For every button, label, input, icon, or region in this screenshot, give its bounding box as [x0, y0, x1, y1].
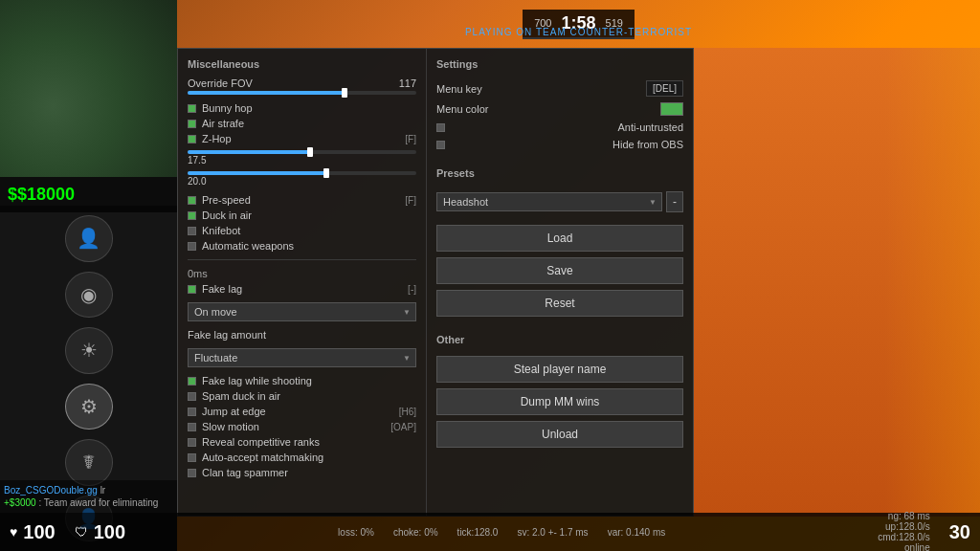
- override-fov-handle[interactable]: [342, 88, 347, 98]
- fake-lag-amount-dropdown[interactable]: Fluctuate: [188, 348, 416, 367]
- duck-in-air-label: Duck in air: [202, 209, 252, 221]
- preset-select-wrapper[interactable]: Headshot: [436, 189, 662, 214]
- slow-motion-checkbox[interactable]: [188, 423, 196, 431]
- duck-in-air-item[interactable]: Duck in air: [188, 208, 416, 223]
- spam-duck-label: Spam duck in air: [202, 390, 280, 402]
- fake-lag-shooting-item[interactable]: Fake lag while shooting: [188, 373, 416, 388]
- reveal-competitive-item[interactable]: Reveal competitive ranks: [188, 434, 416, 450]
- z-hop-value1: 17.5: [188, 155, 416, 165]
- unload-button[interactable]: Unload: [436, 421, 683, 448]
- z-hop-checkbox[interactable]: [188, 135, 196, 143]
- clan-tag-label: Clan tag spammer: [202, 467, 288, 478]
- z-hop-slider1-handle[interactable]: [307, 147, 313, 157]
- bunny-hop-item[interactable]: Bunny hop: [188, 100, 416, 116]
- bottom-hud: ♥ 100 🛡 100 loss: 0% choke: 0% tick:128.…: [0, 513, 980, 551]
- pre-speed-checkbox[interactable]: [188, 196, 196, 205]
- presets-title: Presets: [436, 167, 683, 179]
- left-sidebar: $$18000 👤 ◉ ☀ ⚙ ☤ 👤 Boz_CSGODouble.gg lr…: [0, 0, 177, 551]
- preset-minus-button[interactable]: -: [666, 191, 683, 212]
- pre-speed-keybind: [F]: [405, 195, 416, 206]
- z-hop-value2: 20.0: [188, 176, 416, 187]
- slow-motion-keybind: [OAP]: [390, 422, 416, 432]
- air-strafe-item[interactable]: Air strafe: [188, 116, 416, 131]
- jump-at-edge-item[interactable]: Jump at edge [H6]: [188, 404, 416, 419]
- z-hop-item[interactable]: Z-Hop [F]: [188, 131, 416, 146]
- fake-lag-checkbox[interactable]: [188, 285, 196, 294]
- steal-player-name-button[interactable]: Steal player name: [436, 356, 683, 383]
- health-area: ♥ 100: [10, 521, 56, 543]
- top-hud: 700 1:58 519 PLAYING ON TEAM COUNTER-TER…: [177, 0, 980, 48]
- preset-select[interactable]: Headshot: [436, 192, 662, 211]
- automatic-weapons-checkbox[interactable]: [188, 242, 196, 251]
- save-button[interactable]: Save: [436, 257, 683, 284]
- sidebar-icon-face[interactable]: 👤: [65, 215, 113, 262]
- menu-key-label: Menu key: [436, 83, 482, 95]
- z-hop-slider2-track[interactable]: [188, 171, 416, 175]
- menu-key-value[interactable]: [DEL]: [646, 80, 683, 97]
- menu-color-box[interactable]: [660, 102, 683, 116]
- sidebar-icon-brightness[interactable]: ☀: [65, 327, 113, 374]
- jump-at-edge-label: Jump at edge: [202, 406, 266, 417]
- cmd-stat: cmd:128.0/s: [878, 532, 929, 542]
- sidebar-icon-settings[interactable]: ⚙: [65, 384, 113, 430]
- anti-untrusted-checkbox[interactable]: [436, 123, 445, 132]
- oms-label: 0ms: [188, 268, 208, 279]
- auto-accept-checkbox[interactable]: [188, 453, 196, 462]
- ping-stat: ng: 68 ms: [878, 511, 929, 521]
- reset-button[interactable]: Reset: [436, 290, 683, 317]
- override-fov-track[interactable]: [188, 91, 416, 95]
- slow-motion-item[interactable]: Slow motion [OAP]: [188, 419, 416, 434]
- tick-stat: tick:128.0: [457, 527, 499, 538]
- knifebot-item[interactable]: Knifebot: [188, 223, 416, 238]
- auto-accept-label: Auto-accept matchmaking: [202, 452, 323, 463]
- spam-duck-item[interactable]: Spam duck in air: [188, 388, 416, 404]
- var-stat: var: 0.140 ms: [608, 527, 666, 538]
- misc-section-title: Miscellaneous: [188, 58, 416, 70]
- override-fov-fill: [188, 91, 347, 95]
- automatic-weapons-item[interactable]: Automatic weapons: [188, 238, 416, 253]
- auto-accept-item[interactable]: Auto-accept matchmaking: [188, 450, 416, 465]
- status-stat: online: [878, 542, 929, 551]
- knifebot-checkbox[interactable]: [188, 227, 196, 235]
- presets-section: Presets Headshot - Load Save Reset: [436, 167, 683, 320]
- hide-from-obs-checkbox[interactable]: [436, 141, 445, 149]
- z-hop-slider2-handle[interactable]: [323, 168, 329, 178]
- clan-tag-item[interactable]: Clan tag spammer: [188, 465, 416, 480]
- clan-tag-checkbox[interactable]: [188, 469, 196, 477]
- z-hop-slider1-fill: [188, 150, 313, 154]
- loss-stat: loss: 0%: [338, 527, 374, 538]
- presets-dropdown-wrapper: Headshot -: [436, 187, 683, 217]
- fake-lag-dropdown-wrapper[interactable]: On move: [188, 299, 416, 324]
- up-stat: up:128.0/s: [878, 521, 929, 532]
- fake-lag-item[interactable]: Fake lag [-]: [188, 281, 416, 297]
- reveal-competitive-checkbox[interactable]: [188, 438, 196, 447]
- fake-lag-shooting-checkbox[interactable]: [188, 377, 196, 386]
- menu-key-row: Menu key [DEL]: [436, 77, 683, 99]
- money-value: $18000: [17, 185, 75, 204]
- bunny-hop-checkbox[interactable]: [188, 104, 196, 113]
- duck-in-air-checkbox[interactable]: [188, 211, 196, 220]
- fake-lag-shooting-label: Fake lag while shooting: [202, 375, 312, 386]
- hide-from-obs-row[interactable]: Hide from OBS: [436, 136, 683, 153]
- bottom-center-stats: loss: 0% choke: 0% tick:128.0 sv: 2.0 +-…: [145, 527, 858, 538]
- pre-speed-item[interactable]: Pre-speed [F]: [188, 192, 416, 208]
- z-hop-slider1-track[interactable]: [188, 150, 416, 154]
- sidebar-icon-knife[interactable]: ☤: [65, 439, 113, 486]
- anti-untrusted-row[interactable]: Anti-untrusted: [436, 119, 683, 136]
- spam-duck-checkbox[interactable]: [188, 392, 196, 401]
- air-strafe-checkbox[interactable]: [188, 120, 196, 128]
- jump-at-edge-checkbox[interactable]: [188, 408, 196, 416]
- z-hop-slider2-container: 20.0: [188, 171, 416, 187]
- chat-line-1: Boz_CSGODouble.gg lr: [4, 484, 173, 496]
- dump-mm-wins-button[interactable]: Dump MM wins: [436, 388, 683, 415]
- automatic-weapons-label: Automatic weapons: [202, 240, 294, 252]
- fake-lag-dropdown[interactable]: On move: [188, 302, 416, 321]
- bottom-right-stats: ng: 68 ms up:128.0/s cmd:128.0/s online: [878, 511, 929, 551]
- fake-lag-amount-dropdown-wrapper[interactable]: Fluctuate: [188, 345, 416, 370]
- sv-stat: sv: 2.0 +- 1.7 ms: [517, 527, 588, 538]
- load-button[interactable]: Load: [436, 225, 683, 252]
- air-strafe-label: Air strafe: [202, 118, 244, 129]
- other-section: Other Steal player name Dump MM wins Unl…: [436, 334, 683, 451]
- sidebar-icon-target[interactable]: ◉: [65, 272, 113, 319]
- hide-from-obs-label: Hide from OBS: [612, 139, 683, 150]
